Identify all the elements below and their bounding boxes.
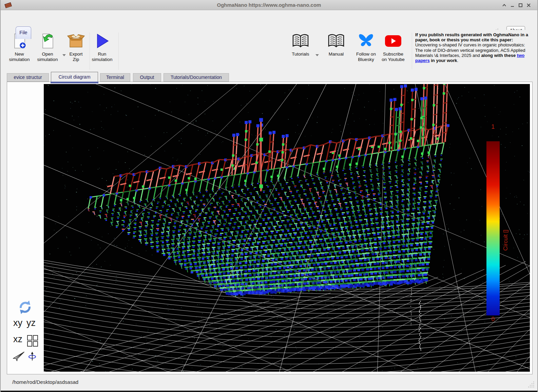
colorbar	[486, 141, 500, 315]
shade-button[interactable]	[501, 2, 507, 8]
tutorials-button[interactable]: Tutorials	[286, 33, 315, 57]
window-bottom-edge	[1, 391, 537, 392]
tutorials-dropdown-icon[interactable]	[315, 54, 319, 56]
new-simulation-label: New simulation	[5, 51, 34, 62]
tab-device-structure[interactable]: evice structur	[7, 73, 49, 82]
open-simulation-button[interactable]: Open simulation	[33, 33, 62, 62]
rotate-axis-button[interactable]	[28, 351, 37, 363]
citation-normal-2: .	[457, 58, 459, 63]
book-icon	[322, 33, 351, 49]
book-icon	[286, 33, 315, 49]
citation-bold-3: in your work	[430, 58, 457, 63]
colorbar-title: Circuit []	[502, 230, 509, 251]
menu-tab-file[interactable]: File	[16, 26, 31, 39]
statusbar-path: /home/rod/Desktop/asdsasad	[12, 379, 78, 385]
youtube-icon	[379, 33, 408, 49]
tab-circuit-diagram[interactable]: Circuit diagram	[51, 72, 98, 82]
gl-viewer[interactable]: 1 0 Circuit []	[44, 84, 530, 372]
export-zip-label: Export Zip	[61, 51, 91, 62]
run-simulation-label: Run simulation	[88, 51, 117, 62]
run-play-icon	[88, 33, 117, 49]
active-tab-underline	[51, 82, 98, 83]
toolbar: New simulation Open simulation	[1, 30, 537, 71]
tab-output[interactable]: Output	[133, 73, 161, 82]
menu-tab-bar: File Simulation type Editors Automation …	[1, 11, 537, 29]
toolbar-separator	[118, 33, 119, 70]
colorbar-min-label: 0	[486, 316, 500, 323]
citation-text: If you publish results generated with Og…	[415, 32, 529, 63]
export-box-icon	[61, 33, 91, 49]
toolbar-separator	[412, 33, 412, 69]
resize-grip-icon[interactable]	[528, 381, 535, 388]
run-simulation-button[interactable]: Run simulation	[88, 33, 117, 62]
manual-button[interactable]: Manual	[322, 33, 351, 57]
colorbar-max-label: 1	[486, 123, 500, 130]
bluesky-butterfly-icon	[351, 33, 381, 49]
open-document-icon	[33, 33, 62, 49]
follow-bluesky-button[interactable]: Follow on Bluesky	[351, 33, 381, 62]
tab-tutorials-documentation[interactable]: Tutorials/Documentation	[164, 73, 229, 82]
close-button[interactable]	[526, 2, 532, 8]
window-title: OghmaNano https://www.oghma-nano.com	[1, 2, 537, 8]
open-simulation-label: Open simulation	[33, 51, 62, 62]
maximize-button[interactable]	[518, 2, 523, 8]
manual-label: Manual	[322, 51, 351, 57]
subscribe-youtube-label: Subscribe on Youtube	[379, 51, 408, 62]
multi-view-grid-button[interactable]	[27, 335, 38, 348]
minimize-button[interactable]	[510, 2, 515, 8]
fly-paper-plane-button[interactable]	[12, 351, 25, 363]
subscribe-youtube-button[interactable]: Subscribe on Youtube	[379, 33, 408, 62]
follow-bluesky-label: Follow on Bluesky	[351, 51, 381, 62]
export-zip-button[interactable]: Export Zip	[61, 33, 91, 62]
view-xy-button[interactable]: xy	[13, 318, 22, 328]
tab-terminal[interactable]: Terminal	[100, 73, 130, 82]
citation-bold-2: along with these	[481, 53, 517, 58]
circuit-3d-canvas[interactable]	[44, 84, 530, 372]
view-yz-button[interactable]: yz	[26, 318, 36, 328]
refresh-button[interactable]	[18, 300, 33, 316]
tutorials-label: Tutorials	[286, 51, 315, 57]
oghmanano-window: OghmaNano https://www.oghma-nano.com Fil…	[0, 0, 538, 392]
statusbar: /home/rod/Desktop/asdsasad	[1, 375, 537, 391]
citation-bold-1: If you publish results generated with Og…	[415, 32, 528, 42]
view-xz-button[interactable]: xz	[13, 334, 22, 345]
titlebar: OghmaNano https://www.oghma-nano.com	[1, 0, 537, 10]
